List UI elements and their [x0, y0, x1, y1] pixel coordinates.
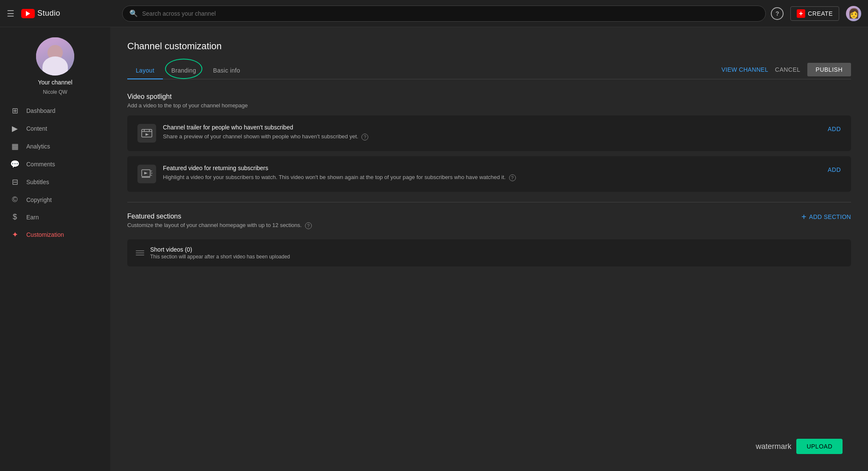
featured-video-add-button[interactable]: ADD — [828, 165, 841, 173]
analytics-icon: ▦ — [10, 142, 20, 151]
cancel-button[interactable]: CANCEL — [775, 66, 801, 73]
channel-trailer-info-icon[interactable]: ? — [361, 134, 368, 140]
tabs-actions: VIEW CHANNEL CANCEL PUBLISH — [722, 63, 851, 78]
svg-line-7 — [151, 171, 152, 171]
tab-layout-label: Layout — [136, 67, 154, 74]
copyright-icon: © — [10, 195, 20, 204]
search-input[interactable] — [142, 10, 759, 17]
hamburger-menu-icon[interactable]: ☰ — [7, 8, 14, 19]
sidebar-label-earn: Earn — [26, 214, 100, 221]
publish-button[interactable]: PUBLISH — [807, 63, 851, 76]
channel-trailer-content: Channel trailer for people who haven't s… — [163, 124, 821, 141]
sidebar-item-subtitles[interactable]: ⊟ Subtitles — [0, 173, 110, 191]
channel-avatar-image — [36, 37, 74, 76]
svg-rect-0 — [142, 129, 152, 137]
featured-video-info-icon[interactable]: ? — [509, 174, 516, 181]
sidebar-label-customization: Customization — [26, 231, 100, 238]
svg-marker-6 — [144, 172, 148, 174]
tab-branding[interactable]: Branding — [163, 62, 204, 79]
tab-basic-info[interactable]: Basic info — [204, 62, 249, 79]
sidebar-item-comments[interactable]: 💬 Comments — [0, 155, 110, 173]
sidebar-item-dashboard[interactable]: ⊞ Dashboard — [0, 102, 110, 120]
svg-marker-4 — [146, 133, 149, 136]
comments-icon: 💬 — [10, 160, 20, 169]
customization-icon: ✦ — [10, 230, 20, 239]
add-section-button[interactable]: + ADD SECTION — [801, 213, 851, 221]
earn-icon: $ — [10, 213, 20, 221]
channel-handle: Nicole QW — [43, 89, 67, 95]
watermark-area: watermark UPLOAD — [756, 439, 843, 454]
tabs-bar: Layout Branding Basic info VIEW CHANNEL … — [127, 62, 851, 79]
tab-layout[interactable]: Layout — [127, 62, 163, 79]
search-icon: 🔍 — [129, 9, 138, 17]
featured-video-content: Featured video for returning subscribers… — [163, 165, 821, 182]
sidebar-label-comments: Comments — [26, 161, 100, 168]
logo-area[interactable]: Studio — [21, 9, 60, 18]
tab-branding-label: Branding — [171, 67, 196, 74]
featured-sections-info: Featured sections Customize the layout o… — [127, 213, 312, 236]
channel-trailer-desc: Share a preview of your channel shown wi… — [163, 132, 821, 141]
featured-video-icon — [137, 165, 156, 183]
channel-trailer-add-button[interactable]: ADD — [828, 124, 841, 132]
dashboard-icon: ⊞ — [10, 106, 20, 115]
sidebar: Your channel Nicole QW ⊞ Dashboard ▶ Con… — [0, 27, 110, 471]
sidebar-item-content[interactable]: ▶ Content — [0, 120, 110, 137]
channel-trailer-card: Channel trailer for people who haven't s… — [127, 115, 851, 151]
avatar-body — [42, 56, 68, 76]
search-bar[interactable]: 🔍 — [122, 6, 766, 22]
channel-trailer-icon — [137, 124, 156, 143]
sidebar-label-dashboard: Dashboard — [26, 107, 100, 114]
section-row-title: Short videos (0) — [150, 246, 290, 253]
drag-line-2 — [136, 252, 144, 253]
sidebar-item-customization[interactable]: ✦ Customization — [0, 226, 110, 244]
create-button[interactable]: CREATE — [790, 6, 839, 21]
avatar-image: 👩 — [846, 6, 861, 21]
channel-avatar[interactable] — [36, 37, 74, 76]
watermark-upload-button[interactable]: UPLOAD — [796, 439, 843, 454]
top-navigation: ☰ Studio 🔍 ? CREATE 👩 — [0, 0, 868, 27]
subtitles-icon: ⊟ — [10, 177, 20, 187]
section-row-content: Short videos (0) This section will appea… — [150, 246, 290, 260]
video-spotlight-desc: Add a video to the top of your channel h… — [127, 102, 851, 109]
featured-sections-desc: Customize the layout of your channel hom… — [127, 222, 312, 229]
section-row-desc: This section will appear after a short v… — [150, 254, 290, 260]
featured-video-desc: Highlight a video for your subscribers t… — [163, 173, 821, 182]
drag-line-1 — [136, 250, 144, 251]
sidebar-label-subtitles: Subtitles — [26, 179, 100, 185]
sidebar-item-copyright[interactable]: © Copyright — [0, 191, 110, 208]
sidebar-label-analytics: Analytics — [26, 143, 100, 150]
help-label: ? — [776, 10, 779, 17]
video-spotlight-title: Video spotlight — [127, 93, 851, 101]
featured-sections: Featured sections Customize the layout o… — [127, 213, 851, 266]
channel-info: Your channel Nicole QW — [0, 27, 110, 102]
sidebar-label-content: Content — [26, 125, 100, 132]
featured-sections-info-icon[interactable]: ? — [305, 222, 312, 229]
create-label: CREATE — [808, 10, 833, 17]
youtube-logo-icon — [21, 9, 35, 18]
page-title: Channel customization — [127, 41, 851, 52]
add-section-label: ADD SECTION — [809, 213, 851, 220]
studio-label: Studio — [37, 9, 60, 18]
drag-line-3 — [136, 255, 144, 255]
help-icon[interactable]: ? — [771, 7, 784, 20]
drag-handle-icon[interactable] — [136, 250, 144, 255]
featured-sections-header: Featured sections Customize the layout o… — [127, 213, 851, 236]
video-spotlight-section: Video spotlight Add a video to the top o… — [127, 93, 851, 192]
channel-trailer-title: Channel trailer for people who haven't s… — [163, 124, 821, 131]
sidebar-item-analytics[interactable]: ▦ Analytics — [0, 137, 110, 155]
svg-line-9 — [151, 175, 152, 176]
create-plus-icon — [797, 9, 805, 18]
topnav-left: ☰ Studio — [7, 8, 117, 19]
avatar[interactable]: 👩 — [846, 6, 861, 21]
add-section-plus-icon: + — [801, 213, 806, 221]
sidebar-item-earn[interactable]: $ Earn — [0, 208, 110, 226]
channel-name: Your channel — [38, 79, 72, 86]
featured-video-title: Featured video for returning subscribers — [163, 165, 821, 171]
watermark-label: watermark — [756, 442, 791, 451]
main-layout: Your channel Nicole QW ⊞ Dashboard ▶ Con… — [0, 27, 868, 471]
view-channel-button[interactable]: VIEW CHANNEL — [722, 66, 768, 73]
sidebar-label-copyright: Copyright — [26, 196, 100, 203]
section-row-short-videos: Short videos (0) This section will appea… — [127, 239, 851, 266]
content-area: Channel customization Layout Branding Ba… — [110, 27, 868, 471]
sidebar-nav: ⊞ Dashboard ▶ Content ▦ Analytics 💬 Comm… — [0, 102, 110, 471]
